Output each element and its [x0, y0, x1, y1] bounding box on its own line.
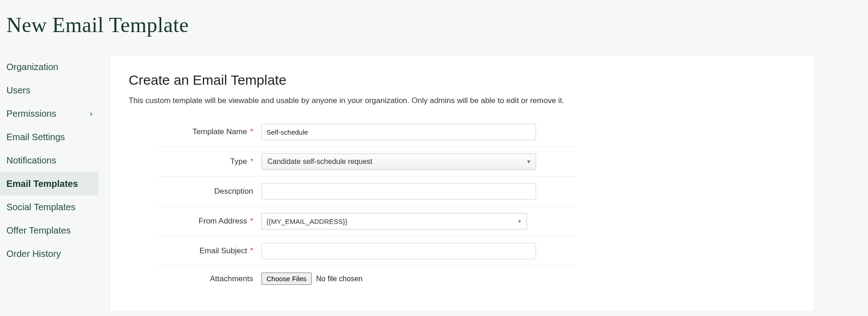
from-address-select[interactable]: {{MY_EMAIL_ADDRESS}} ▼	[261, 213, 527, 229]
row-type: Type * Candidate self-schedule request ▼	[156, 147, 577, 177]
row-from-address: From Address * {{MY_EMAIL_ADDRESS}} ▼	[156, 207, 577, 236]
label-email-subject: Email Subject *	[156, 246, 261, 256]
label-text: Attachments	[210, 274, 254, 283]
required-asterisk: *	[248, 246, 253, 255]
template-name-input[interactable]	[261, 124, 536, 140]
layout: Organization Users Permissions › Email S…	[0, 55, 868, 312]
label-attachments: Attachments	[156, 274, 261, 283]
sidebar-item-label: Email Settings	[6, 132, 65, 142]
sidebar-item-permissions[interactable]: Permissions ›	[0, 102, 99, 125]
row-email-subject: Email Subject *	[156, 236, 577, 266]
sidebar-item-social-templates[interactable]: Social Templates	[0, 196, 99, 219]
sidebar: Organization Users Permissions › Email S…	[0, 55, 110, 312]
sidebar-item-email-settings[interactable]: Email Settings	[0, 125, 99, 149]
panel-description: This custom template will be viewable an…	[129, 96, 796, 105]
row-template-name: Template Name *	[156, 117, 577, 147]
sidebar-item-notifications[interactable]: Notifications	[0, 149, 99, 172]
sidebar-item-label: Email Templates	[6, 179, 78, 189]
description-input[interactable]	[261, 183, 536, 200]
label-type: Type *	[156, 157, 261, 166]
sidebar-item-label: Order History	[6, 249, 61, 259]
row-attachments: Attachments Choose Files No file chosen	[156, 266, 577, 291]
required-asterisk: *	[248, 157, 253, 166]
label-description: Description	[156, 187, 261, 196]
sidebar-item-label: Offer Templates	[6, 225, 71, 236]
label-text: Email Subject	[200, 246, 247, 255]
sidebar-item-label: Permissions	[6, 109, 56, 119]
label-from-address: From Address *	[156, 217, 261, 226]
caret-down-icon: ▼	[517, 219, 522, 224]
panel-heading: Create an Email Template	[129, 72, 796, 88]
label-text: Template Name	[193, 127, 247, 136]
sidebar-item-email-templates[interactable]: Email Templates	[0, 172, 99, 196]
sidebar-item-offer-templates[interactable]: Offer Templates	[0, 219, 99, 242]
sidebar-item-label: Social Templates	[6, 202, 76, 212]
type-select-value: Candidate self-schedule request	[267, 158, 372, 166]
sidebar-item-label: Users	[6, 85, 30, 96]
label-text: Description	[214, 187, 253, 196]
required-asterisk: *	[248, 217, 253, 225]
email-subject-input[interactable]	[261, 243, 536, 259]
chevron-right-icon: ›	[90, 109, 92, 119]
sidebar-item-users[interactable]: Users	[0, 79, 99, 102]
required-asterisk: *	[248, 127, 253, 136]
label-text: From Address	[199, 217, 247, 225]
from-address-value: {{MY_EMAIL_ADDRESS}}	[266, 218, 347, 225]
label-template-name: Template Name *	[156, 127, 261, 136]
sidebar-item-label: Notifications	[6, 155, 56, 166]
sidebar-item-order-history[interactable]: Order History	[0, 242, 99, 266]
choose-files-button[interactable]: Choose Files	[261, 272, 312, 285]
sidebar-item-organization[interactable]: Organization	[0, 55, 99, 79]
type-select[interactable]: Candidate self-schedule request	[261, 153, 536, 170]
main-panel: Create an Email Template This custom tem…	[110, 55, 815, 312]
page-title: New Email Template	[0, 0, 868, 37]
label-text: Type	[230, 157, 247, 166]
row-description: Description	[156, 177, 577, 207]
sidebar-item-label: Organization	[6, 62, 58, 72]
file-status-text: No file chosen	[316, 275, 363, 283]
